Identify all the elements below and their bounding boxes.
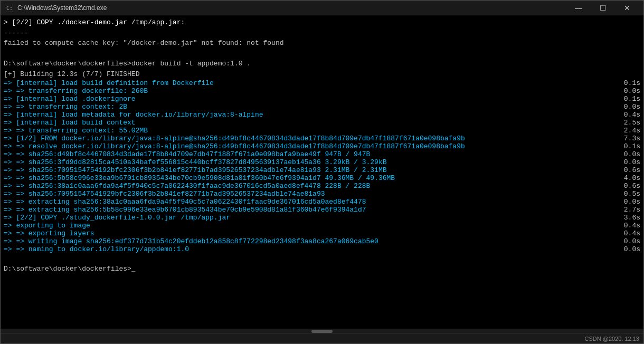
scrollbar-area[interactable] [1,329,643,333]
line-text: => => extracting sha256:38a1c0aaa6fda9a4… [4,198,366,206]
terminal-line: ------ [4,28,640,39]
terminal-line: => => sha256:5b58c996e33ea9b6701cb893543… [4,174,640,182]
line-timestamp: 0.0s [624,158,640,166]
close-button[interactable]: ✕ [615,1,639,15]
terminal-line: => [internal] load build context2.5s [4,119,640,127]
terminal-line: => => naming to docker.io/library/appdem… [4,245,640,253]
line-text: => => exporting layers [4,230,94,237]
prompt-line: > [2/2] COPY ./docker-demo.jar /tmp/app.… [4,17,640,28]
line-timestamp: 0.1s [624,95,640,103]
line-text: => => transferring dockerfile: 260B [4,87,148,95]
terminal-line: => [internal] load .dockerignore0.1s [4,95,640,103]
minimize-button[interactable]: — [566,1,591,15]
cmd-icon: C:\ [5,4,13,12]
line-timestamp: 0.1s [624,142,640,150]
line-timestamp: 0.4s [624,111,640,119]
line-timestamp: 0.0s [624,150,640,158]
line-text: => => transferring context: 55.02MB [4,127,148,135]
window-controls: — ☐ ✕ [566,1,639,15]
line-timestamp: 0.0s [624,237,640,245]
terminal-line: [+] Building 12.3s (7/7) FINISHED [4,69,640,80]
window-title: C:\Windows\System32\cmd.exe [17,4,107,12]
terminal-line: => => extracting sha256:38a1c0aaa6fda9a4… [4,198,640,206]
line-timestamp: 7.3s [624,135,640,142]
terminal-line: => => writing image sha256:edf377d731b54… [4,237,640,245]
title-bar: C:\ C:\Windows\System32\cmd.exe — ☐ ✕ [1,1,643,15]
line-timestamp: 0.4s [624,230,640,237]
terminal-line: => => resolve docker.io/library/java:8-a… [4,142,640,150]
line-text: => => sha256:38a1c0aaa6fda9a4f5f940c5c7a… [4,182,370,190]
line-text: => => naming to docker.io/library/appdem… [4,245,189,253]
terminal-line: => => transferring context: 55.02MB2.4s [4,127,640,135]
line-timestamp: 0.1s [624,79,640,87]
current-prompt: D:\software\docker\dockerfiles>_ [4,264,640,274]
terminal-line: => [internal] load metadata for docker.i… [4,111,640,119]
line-timestamp: 2.4s [624,127,640,135]
terminal-line: => => sha256:38a1c0aaa6fda9a4f5f940c5c7a… [4,182,640,190]
scrollbar-thumb[interactable] [311,330,333,333]
terminal-line: => => extracting sha256:5b58c996e33ea9b6… [4,206,640,214]
line-timestamp: 0.0s [624,103,640,111]
terminal-line: => [2/2] COPY ./study_dockerfile-1.0.0.j… [4,214,640,222]
terminal-line: failed to compute cache key: "/docker-de… [4,38,640,49]
line-text: => [internal] load metadata for docker.i… [4,111,263,119]
line-text: => => transferring context: 2B [4,103,127,111]
line-text: => => sha256:70951547541929bfc2306f3b2b8… [4,190,325,198]
terminal-body[interactable]: > [2/2] COPY ./docker-demo.jar /tmp/app.… [1,15,643,329]
terminal-line: => exporting to image0.4s [4,222,640,230]
terminal-line [4,49,640,59]
line-text: => exporting to image [4,222,90,230]
line-timestamp: 0.5s [624,190,640,198]
status-bar: CSDN @2020. 12.13 [1,333,643,343]
terminal-line: => => sha256:3fd9dd82815ca4510a34bafef55… [4,158,640,166]
line-text: => [2/2] COPY ./study_dockerfile-1.0.0.j… [4,214,230,222]
svg-text:C:\: C:\ [6,5,13,11]
line-text: => => sha256:7095154754192bfc2306f3b2b84… [4,166,387,174]
line-timestamp: 0.0s [624,198,640,206]
terminal-line: => [internal] load build definition from… [4,79,640,87]
terminal-line: => => transferring dockerfile: 260B0.0s [4,87,640,95]
line-text: => => sha256:5b58c996e33ea9b6701cb893543… [4,174,395,182]
terminal-line: => => transferring context: 2B0.0s [4,103,640,111]
line-text: => => extracting sha256:5b58c996e33ea9b6… [4,206,366,214]
terminal-line: D:\software\docker\dockerfiles>docker bu… [4,59,640,69]
line-timestamp: 0.0s [624,87,640,95]
terminal-line [4,253,640,264]
line-timestamp: 0.6s [624,166,640,174]
line-text: => => resolve docker.io/library/java:8-a… [4,142,465,150]
title-bar-left: C:\ C:\Windows\System32\cmd.exe [5,4,107,12]
line-text: => => sha256:d49bf8c44670834d3dade17f8b8… [4,150,370,158]
line-timestamp: 2.5s [624,119,640,127]
line-text: => [internal] load build context [4,119,136,127]
cmd-window: C:\ C:\Windows\System32\cmd.exe — ☐ ✕ > … [0,0,644,344]
terminal-line: => [1/2] FROM docker.io/library/java:8-a… [4,135,640,142]
terminal-line: => => sha256:7095154754192bfc2306f3b2b84… [4,166,640,174]
line-text: => [internal] load build definition from… [4,79,214,87]
terminal-line: => => sha256:70951547541929bfc2306f3b2b8… [4,190,640,198]
terminal-line: => => sha256:d49bf8c44670834d3dade17f8b8… [4,150,640,158]
line-timestamp: 2.7s [624,206,640,214]
line-timestamp: 0.0s [624,245,640,253]
line-text: => [1/2] FROM docker.io/library/java:8-a… [4,135,465,142]
line-text: => => writing image sha256:edf377d731b54… [4,237,378,245]
line-text: => [internal] load .dockerignore [4,95,136,103]
line-timestamp: 3.6s [624,214,640,222]
status-text: CSDN @2020. 12.13 [584,336,639,342]
line-timestamp: 0.6s [624,182,640,190]
line-text: => => sha256:3fd9dd82815ca4510a34bafef55… [4,158,387,166]
terminal-line: => => exporting layers0.4s [4,230,640,237]
line-timestamp: 0.4s [624,222,640,230]
line-timestamp: 4.0s [624,174,640,182]
maximize-button[interactable]: ☐ [591,1,615,15]
